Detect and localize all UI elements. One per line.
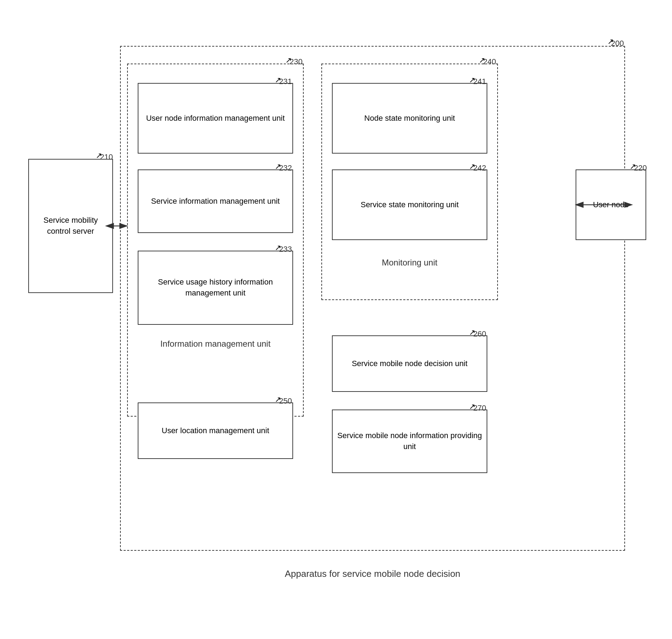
- arrows-svg: [18, 18, 653, 618]
- diagram-container: 200 ↗ 230 ↗ 240 ↗ User node information …: [18, 18, 654, 621]
